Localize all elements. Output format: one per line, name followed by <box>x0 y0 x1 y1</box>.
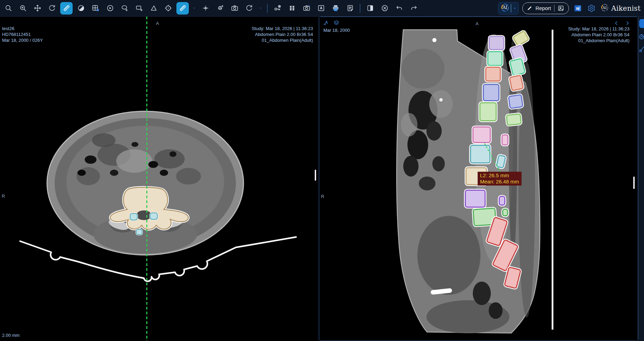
next-slice-button[interactable] <box>625 20 630 26</box>
cube-3d-icon <box>216 4 224 12</box>
rotate-tool-button[interactable] <box>46 2 58 15</box>
segment-vertebra-body-4 <box>483 84 499 101</box>
angle-tool-button[interactable] <box>147 2 160 15</box>
segment-vertebra-body-7 <box>470 145 490 163</box>
patient-name: test26 <box>2 26 43 31</box>
snapshot-tool-button[interactable] <box>300 2 313 15</box>
segment-vertebra-body-9 <box>465 190 486 208</box>
measurement-label[interactable]: L2: 26.5 mm Mean: 26.48 mm <box>478 172 522 186</box>
main-toolbar: A AI <box>0 0 644 17</box>
invert-tool-button[interactable] <box>364 2 376 15</box>
camera-tool-button[interactable] <box>228 2 241 15</box>
pan-tool-button[interactable] <box>31 2 44 15</box>
ai-button-divider <box>511 4 511 12</box>
ai-analysis-button[interactable]: AI <box>498 2 519 15</box>
left-viewport-scrollbar[interactable] <box>315 170 316 181</box>
search-icon <box>4 4 12 12</box>
undo-button[interactable] <box>393 2 405 15</box>
protocol-name: 01_Abdomen Plain(Adult) <box>252 37 313 43</box>
sidebar-mask-icon[interactable] <box>639 34 644 39</box>
segment-spinous-purple-2 <box>499 196 505 206</box>
camera-icon <box>231 4 239 12</box>
measure-tool-button[interactable] <box>176 2 189 15</box>
measure-tool-button-dropdown[interactable] <box>191 2 197 15</box>
rect-roi-icon <box>135 4 143 12</box>
series-grid-tool-button[interactable] <box>286 2 298 15</box>
previous-slice-button[interactable] <box>614 20 619 26</box>
svg-text:A: A <box>320 6 322 10</box>
window-level-tool-button[interactable] <box>75 2 87 15</box>
axial-viewport[interactable]: test26 HD768112451 Mar 18, 2000 / 026Y S… <box>0 17 318 341</box>
word-export-icon[interactable]: W <box>572 2 583 14</box>
patient-dob-age: Mar 18, 2000 / 026Y <box>2 37 43 43</box>
sagittal-viewport[interactable]: L2: 26.5 mm Mean: 26.48 mm Mar 18, 2000 <box>319 17 638 341</box>
redo-button[interactable] <box>407 2 420 15</box>
report-notes-tool-button[interactable] <box>344 2 356 15</box>
ai-dropdown-chevron-icon[interactable] <box>512 6 517 11</box>
reset-tool-button-dropdown[interactable] <box>257 2 264 15</box>
ai-logo-icon: AI <box>500 3 510 13</box>
clear-annotations-tool-button[interactable] <box>378 2 391 15</box>
zoom-in-icon <box>19 4 27 12</box>
brand-ai-ring-icon: AI <box>600 3 609 13</box>
chevron-down-icon <box>258 6 263 11</box>
cine-play-tool-button[interactable] <box>104 2 116 15</box>
study-datetime: Study: Mar 18, 2026 | 11:36:23 <box>568 26 629 32</box>
sagittal-reference-line[interactable] <box>146 17 147 341</box>
probe-tool-button[interactable] <box>162 2 174 15</box>
redo-icon <box>410 4 418 12</box>
slice-thickness-label: 2.00 mm <box>2 332 20 338</box>
right-sidebar <box>638 17 644 341</box>
measurement-value: L2: 26.5 mm <box>480 172 519 179</box>
layout-config-tool-button[interactable] <box>89 2 102 15</box>
printer-icon <box>332 4 340 12</box>
toolbar-right-cluster: AI Report <box>498 2 641 15</box>
text-annotation-tool-button[interactable]: A <box>315 2 327 15</box>
toolbar-tools: A <box>2 2 420 15</box>
sidebar-active-panel-button[interactable] <box>639 19 644 28</box>
report-button-label: Report <box>535 5 551 11</box>
toolbar-separator <box>360 4 360 13</box>
axial-ct-image <box>0 17 318 341</box>
reference-line-tool-button[interactable] <box>199 2 212 15</box>
slice-navigation <box>614 20 630 26</box>
pan-icon <box>34 4 42 12</box>
length-tool-button[interactable] <box>60 2 73 15</box>
segment-spinous-green-2 <box>502 209 508 216</box>
segment-vertebra-body-6 <box>472 126 491 143</box>
layers-icon[interactable] <box>333 19 340 27</box>
camera-dot-icon <box>303 4 311 12</box>
sidebar-probe-icon[interactable] <box>639 46 644 53</box>
series-description: Abdomen Plain 2.00 Br36 S4 <box>252 31 313 37</box>
text-a-icon: A <box>317 4 325 12</box>
segment-vertebra-body-1 <box>489 36 504 50</box>
mpr-3d-tool-button[interactable] <box>214 2 226 15</box>
orientation-marker-right: R <box>2 193 5 199</box>
circle-x-icon <box>381 4 389 12</box>
notes-icon <box>346 4 354 12</box>
zoom-tool-button[interactable] <box>17 2 29 15</box>
segment-spinous-salmon <box>509 75 524 92</box>
ruler-icon <box>63 4 71 12</box>
reset-tool-button[interactable] <box>243 2 255 15</box>
protocol-name: 01_Abdomen Plain(Adult) <box>568 38 629 44</box>
report-button[interactable]: Report <box>522 2 569 14</box>
print-tool-button[interactable] <box>329 2 342 15</box>
settings-gear-icon[interactable] <box>586 2 597 14</box>
key-image-tool-button[interactable] <box>271 2 284 15</box>
report-pill-divider <box>554 5 554 12</box>
rect-roi-tool-button[interactable] <box>133 2 145 15</box>
series-date-label: Mar 18, 2000 <box>323 27 350 33</box>
segment-spinous-olive <box>512 30 530 47</box>
grid-icon <box>288 4 296 12</box>
right-viewport-scrollbar[interactable] <box>633 177 635 189</box>
search-tool-button[interactable] <box>2 2 15 15</box>
orientation-rotate-icon[interactable] <box>323 19 330 27</box>
ellipse-roi-tool-button[interactable] <box>118 2 131 15</box>
brand-logo: AI Aikenist <box>600 3 641 13</box>
viewer-workspace: test26 HD768112451 Mar 18, 2000 / 026Y S… <box>0 17 644 341</box>
series-description: Abdomen Plain 2.00 Br36 S4 <box>568 32 629 38</box>
patient-report-icon[interactable] <box>558 5 564 12</box>
orientation-marker-anterior: A <box>476 21 479 26</box>
ref-line-icon <box>202 4 210 12</box>
